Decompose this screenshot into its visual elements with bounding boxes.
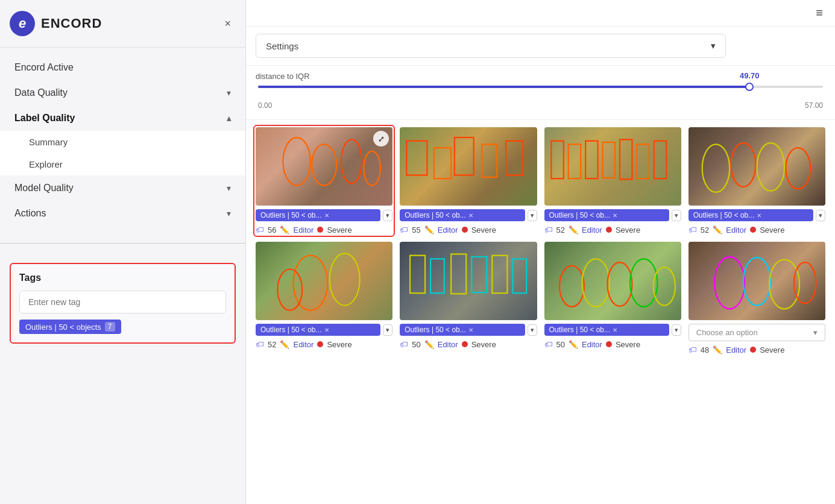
logo-text: ENCORD: [41, 16, 102, 31]
card-tag-row: Outliers | 50 < ob... ✕ ▾: [400, 209, 537, 221]
card-tag-row: Outliers | 50 < ob... ✕ ▾: [400, 324, 537, 336]
pencil-icon: ✏️: [424, 340, 434, 349]
tag-dropdown[interactable]: ▾: [672, 210, 681, 221]
image-card[interactable]: Choose an option ▾ 🏷 48 ✏️ Editor Severe: [688, 242, 825, 354]
card-tag[interactable]: Outliers | 50 < ob... ✕: [688, 209, 813, 221]
editor-link[interactable]: Editor: [726, 225, 746, 235]
svg-rect-24: [430, 259, 444, 293]
count-label: 48: [701, 345, 709, 354]
image-card[interactable]: Outliers | 50 < ob... ✕ ▾ 🏷 52 ✏️ Editor…: [688, 127, 825, 235]
svg-rect-26: [472, 257, 487, 292]
close-button[interactable]: ×: [222, 15, 233, 33]
image-card[interactable]: Outliers | 50 < ob... ✕ ▾ 🏷 52 ✏️ Editor…: [256, 242, 392, 354]
svg-rect-8: [506, 141, 523, 175]
close-icon[interactable]: ✕: [468, 212, 473, 219]
main-content: ≡ Settings ▾ distance to IQR 49.70 0.00 …: [246, 0, 835, 504]
tag-icon: 🏷: [688, 225, 697, 235]
sidebar-item-label: Data Quality: [14, 87, 68, 98]
tag-dropdown[interactable]: ▾: [672, 324, 681, 336]
svg-rect-23: [410, 256, 425, 293]
svg-point-37: [794, 262, 816, 303]
sidebar-item-encord-active[interactable]: Encord Active: [0, 55, 245, 80]
chevron-down-icon: ▾: [227, 209, 231, 218]
tag-dropdown[interactable]: ▾: [383, 324, 392, 336]
editor-link[interactable]: Editor: [438, 340, 458, 349]
close-icon[interactable]: ✕: [468, 327, 473, 333]
tag-dropdown[interactable]: ▾: [528, 210, 537, 221]
tag-icon: 🏷: [544, 225, 553, 235]
sidebar-item-summary[interactable]: Summary: [0, 131, 245, 153]
image-card[interactable]: Outliers | 50 < ob... ✕ ▾ 🏷 52 ✏️ Editor…: [544, 127, 681, 235]
card-tag[interactable]: Outliers | 50 < ob... ✕: [400, 209, 525, 221]
logo-icon: e: [10, 11, 35, 36]
tag-dropdown[interactable]: ▾: [528, 324, 537, 336]
tag-dropdown[interactable]: ▾: [383, 210, 392, 221]
card-meta: 🏷 50 ✏️ Editor Severe: [544, 339, 681, 349]
active-tag-badge[interactable]: Outliers | 50 < objects 7: [19, 320, 121, 334]
pencil-icon: ✏️: [424, 225, 434, 235]
svg-point-30: [582, 259, 609, 307]
tag-icon: 🏷: [400, 339, 408, 349]
image-wrapper: [400, 127, 537, 206]
slider-thumb[interactable]: [745, 83, 754, 91]
editor-link[interactable]: Editor: [293, 340, 314, 349]
count-label: 55: [412, 225, 420, 235]
tag-text: Outliers | 50 < ob...: [260, 326, 322, 334]
svg-point-0: [283, 137, 310, 186]
sidebar-item-actions[interactable]: Actions ▾: [0, 201, 245, 226]
svg-point-36: [769, 260, 799, 309]
tag-text: Outliers | 50 < ob...: [693, 211, 755, 219]
editor-link[interactable]: Editor: [582, 340, 602, 349]
image-card[interactable]: Outliers | 50 < ob... ✕ ▾ 🏷 55 ✏️ Editor…: [400, 127, 537, 235]
svg-rect-13: [619, 139, 631, 179]
card-tag[interactable]: Outliers | 50 < ob... ✕: [256, 324, 380, 336]
image-wrapper: [256, 242, 392, 320]
tag-icon: 🏷: [688, 345, 697, 354]
sidebar-item-label-quality[interactable]: Label Quality ▴: [0, 106, 245, 131]
svg-point-22: [277, 269, 302, 310]
card-tag[interactable]: Outliers | 50 < ob... ✕: [400, 324, 525, 336]
tag-dropdown[interactable]: ▾: [816, 210, 825, 221]
pencil-icon: ✏️: [713, 225, 722, 235]
svg-point-33: [653, 267, 675, 306]
sidebar-item-explorer[interactable]: Explorer: [0, 153, 245, 175]
svg-rect-12: [602, 142, 614, 178]
image-card[interactable]: Outliers | 50 < ob... ✕ ▾ 🏷 50 ✏️ Editor…: [544, 242, 681, 354]
editor-link[interactable]: Editor: [726, 345, 746, 354]
close-icon[interactable]: ✕: [613, 212, 617, 219]
editor-link[interactable]: Editor: [293, 225, 314, 235]
chevron-down-icon: ▾: [227, 183, 231, 193]
svg-point-32: [630, 259, 657, 307]
hamburger-button[interactable]: ≡: [816, 6, 823, 20]
chevron-up-icon: ▴: [227, 113, 231, 123]
tag-text: Outliers | 50 < ob...: [260, 211, 322, 219]
close-icon[interactable]: ✕: [757, 212, 761, 219]
sidebar-item-model-quality[interactable]: Model Quality ▾: [0, 175, 245, 201]
editor-link[interactable]: Editor: [438, 225, 458, 235]
tag-input[interactable]: [19, 291, 226, 313]
card-tag[interactable]: Outliers | 50 < ob... ✕: [544, 209, 669, 221]
tag-text: Outliers | 50 < ob...: [405, 326, 466, 334]
card-tag-row: Outliers | 50 < ob... ✕ ▾: [688, 209, 825, 221]
close-icon[interactable]: ✕: [613, 327, 617, 333]
card-tag[interactable]: Outliers | 50 < ob... ✕: [544, 324, 669, 336]
severity-label: Severe: [760, 225, 784, 235]
image-wrapper: [544, 127, 681, 206]
tag-text: Outliers | 50 < ob...: [549, 211, 611, 219]
image-card[interactable]: Outliers | 50 < ob... ✕ ▾ 🏷 50 ✏️ Editor…: [400, 242, 537, 354]
expand-button[interactable]: ⤢: [373, 131, 389, 146]
svg-point-19: [786, 148, 810, 189]
sidebar-item-data-quality[interactable]: Data Quality ▾: [0, 80, 245, 106]
close-icon[interactable]: ✕: [324, 212, 329, 219]
card-tag[interactable]: Outliers | 50 < ob... ✕: [256, 209, 380, 221]
svg-point-2: [341, 139, 362, 183]
image-card[interactable]: ⤢ Outliers | 50 < ob... ✕ ▾ 🏷 56 ✏️ Edit…: [256, 127, 392, 235]
severity-dot: [750, 347, 756, 353]
editor-link[interactable]: Editor: [582, 225, 602, 235]
tag-label: Outliers | 50 < objects: [25, 323, 101, 332]
choose-option-dropdown[interactable]: Choose an option ▾: [688, 324, 825, 341]
close-icon[interactable]: ✕: [324, 327, 329, 333]
settings-dropdown[interactable]: Settings ▾: [256, 34, 726, 58]
image-wrapper: ⤢: [256, 127, 392, 206]
card-tag-row: Outliers | 50 < ob... ✕ ▾: [256, 209, 392, 221]
